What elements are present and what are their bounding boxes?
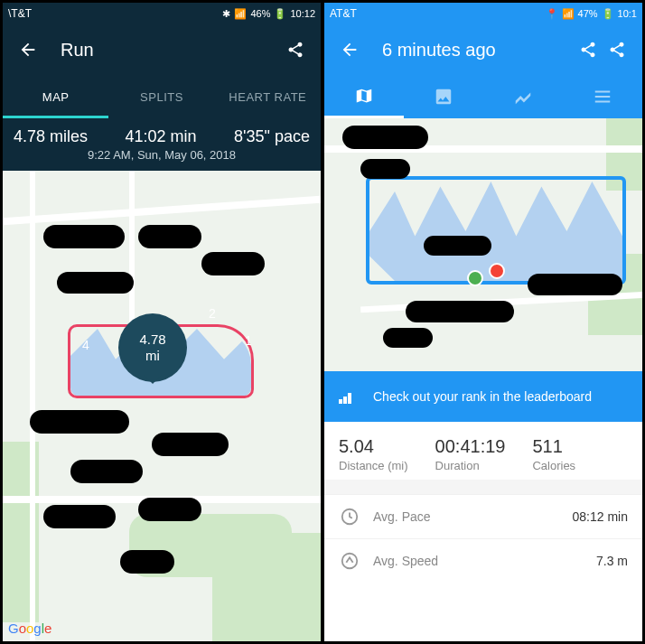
leaderboard-banner[interactable]: Check out your rank in the leaderboard bbox=[324, 371, 642, 422]
tab-heart[interactable]: HEART RATE bbox=[215, 75, 321, 118]
mile-marker-4[interactable]: 4 bbox=[73, 329, 98, 361]
avg-pace-row: Avg. Pace 08:12 min bbox=[324, 494, 642, 538]
duration-label: Duration bbox=[435, 459, 506, 472]
pace-icon bbox=[339, 506, 360, 527]
share-button[interactable] bbox=[281, 35, 310, 64]
share-icon bbox=[286, 41, 304, 59]
calories-label: Calories bbox=[532, 459, 575, 472]
svg-point-1 bbox=[342, 554, 358, 569]
avg-speed-row: Avg. Speed 7.3 m bbox=[324, 538, 642, 583]
redaction bbox=[57, 272, 134, 294]
google-attribution: Google bbox=[8, 621, 51, 636]
distance-value: 4.78 miles bbox=[14, 127, 88, 146]
tabs-left: MAP SPLITS HEART RATE bbox=[3, 75, 321, 118]
redaction bbox=[360, 159, 410, 179]
tab-more[interactable] bbox=[563, 75, 642, 118]
leaderboard-text: Check out your rank in the leaderboard bbox=[373, 389, 592, 404]
share-icon bbox=[608, 41, 626, 59]
pin-value: 4.78 bbox=[139, 331, 165, 348]
battery-icon: 🔋 bbox=[274, 8, 286, 20]
redaction bbox=[383, 328, 433, 348]
road bbox=[30, 171, 35, 641]
stats-panel: 5.04 Distance (mi) 00:41:19 Duration 511… bbox=[324, 422, 642, 480]
arrow-left-icon bbox=[18, 40, 38, 60]
location-icon: 📍 bbox=[546, 8, 558, 20]
pace-value: 08:12 min bbox=[573, 509, 628, 524]
map-icon bbox=[354, 87, 374, 107]
start-marker[interactable] bbox=[467, 270, 483, 286]
share-button-2[interactable] bbox=[603, 35, 631, 64]
redaction bbox=[43, 225, 125, 248]
pace-value: 8'35" pace bbox=[234, 127, 310, 146]
page-title: 6 minutes ago bbox=[364, 40, 574, 61]
time-value: 41:02 min bbox=[126, 127, 197, 146]
tab-map[interactable]: MAP bbox=[3, 75, 108, 118]
redaction bbox=[201, 252, 265, 275]
pin-unit: mi bbox=[145, 348, 160, 364]
header-right: 6 minutes ago bbox=[324, 24, 642, 75]
tab-photos[interactable] bbox=[404, 75, 483, 118]
list-icon bbox=[593, 87, 612, 107]
chart-icon bbox=[513, 87, 533, 107]
tab-indicator bbox=[3, 116, 108, 118]
speed-label: Avg. Speed bbox=[373, 554, 584, 568]
carrier: AT&T bbox=[330, 7, 357, 20]
redaction bbox=[120, 550, 174, 574]
calories-value: 511 bbox=[532, 436, 575, 457]
mile-marker-2[interactable]: 2 bbox=[200, 297, 225, 330]
back-button[interactable] bbox=[335, 35, 364, 64]
signal-icon: 📶 bbox=[562, 8, 575, 20]
page-title: Run bbox=[42, 40, 281, 61]
tab-map[interactable] bbox=[324, 75, 404, 118]
duration-value: 00:41:19 bbox=[435, 436, 506, 457]
redaction bbox=[406, 301, 514, 322]
redaction bbox=[70, 460, 143, 483]
redaction bbox=[43, 505, 116, 528]
signal-icon: 📶 bbox=[234, 8, 247, 20]
carrier: \T&T bbox=[8, 7, 32, 20]
pace-label: Avg. Pace bbox=[373, 509, 560, 524]
status-bar-left: \T&T ✱ 📶 46% 🔋 10:12 bbox=[3, 3, 321, 24]
distance-value: 5.04 bbox=[339, 436, 408, 457]
share-button-1[interactable] bbox=[574, 35, 603, 64]
summary-stats: 4.78 miles 41:02 min 8'35" pace 9:22 AM,… bbox=[3, 118, 321, 171]
tab-splits[interactable]: SPLITS bbox=[108, 75, 214, 118]
battery-pct: 47% bbox=[578, 8, 598, 19]
right-phone: AT&T 📍 📶 47% 🔋 10:1 6 minutes ago bbox=[324, 3, 642, 641]
left-phone: \T&T ✱ 📶 46% 🔋 10:12 Run MAP SPLITS HEAR… bbox=[3, 3, 321, 641]
redaction bbox=[528, 274, 622, 295]
redaction bbox=[138, 498, 201, 521]
road bbox=[129, 171, 135, 333]
speed-value: 7.3 m bbox=[596, 554, 628, 568]
end-marker[interactable] bbox=[489, 263, 505, 279]
image-icon bbox=[434, 87, 453, 107]
road bbox=[3, 196, 321, 226]
redaction bbox=[138, 225, 201, 248]
podium-icon bbox=[337, 386, 359, 407]
activity-date: 9:22 AM, Sun, May 06, 2018 bbox=[14, 148, 310, 162]
tab-graph[interactable] bbox=[483, 75, 563, 118]
clock: 10:1 bbox=[618, 8, 637, 19]
park bbox=[212, 533, 321, 641]
divider bbox=[324, 480, 642, 494]
header-left: Run bbox=[3, 24, 321, 75]
battery-pct: 46% bbox=[250, 8, 270, 19]
clock: 10:12 bbox=[290, 8, 315, 19]
redaction bbox=[424, 236, 491, 256]
map-left[interactable]: 4 2 1 4.78 mi Google bbox=[3, 171, 321, 641]
redaction bbox=[342, 126, 428, 149]
arrow-left-icon bbox=[340, 40, 360, 60]
redaction bbox=[152, 433, 229, 456]
speed-icon bbox=[339, 550, 360, 572]
battery-icon: 🔋 bbox=[602, 8, 614, 20]
back-button[interactable] bbox=[14, 35, 42, 64]
status-bar-right: AT&T 📍 📶 47% 🔋 10:1 bbox=[324, 3, 642, 24]
total-distance-pin[interactable]: 4.78 mi bbox=[118, 313, 187, 382]
bluetooth-icon: ✱ bbox=[222, 8, 230, 20]
distance-label: Distance (mi) bbox=[339, 459, 408, 472]
redaction bbox=[30, 410, 129, 434]
share-icon bbox=[579, 41, 597, 59]
mile-marker-1[interactable]: 1 bbox=[236, 324, 261, 357]
map-right[interactable] bbox=[324, 118, 642, 371]
tabs-right bbox=[324, 75, 642, 118]
